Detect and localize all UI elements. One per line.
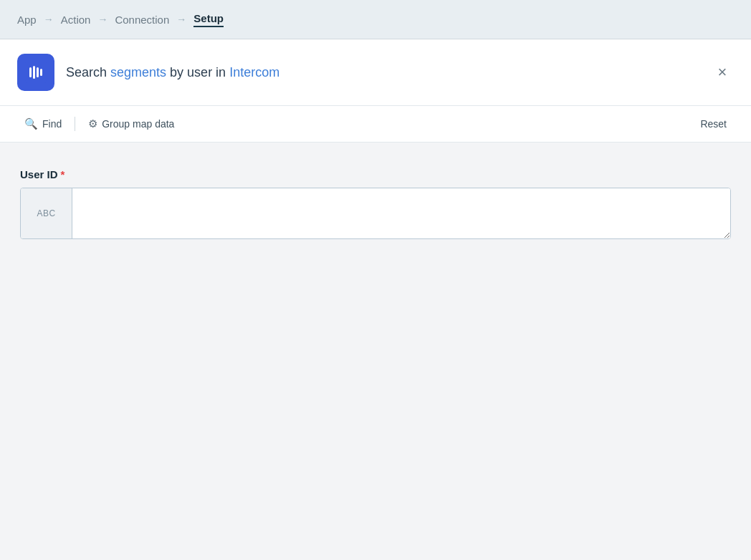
reset-button[interactable]: Reset — [693, 114, 734, 134]
group-map-button[interactable]: ⚙ Group map data — [81, 113, 181, 135]
toolbar-left: 🔍 Find ⚙ Group map data — [17, 113, 181, 135]
search-icon: 🔍 — [24, 117, 38, 130]
breadcrumb-bar: App → Action → Connection → Setup — [0, 0, 751, 39]
app-icon — [17, 54, 54, 91]
find-button[interactable]: 🔍 Find — [17, 113, 69, 135]
svg-rect-0 — [25, 62, 47, 83]
header-left: Search segments by user in Intercom — [17, 54, 279, 91]
header-intercom-link[interactable]: Intercom — [229, 65, 279, 79]
svg-rect-2 — [33, 66, 35, 79]
toolbar-divider — [75, 117, 75, 131]
type-badge: ABC — [21, 188, 72, 238]
svg-rect-3 — [37, 67, 39, 77]
group-map-icon: ⚙ — [88, 117, 97, 130]
group-map-label: Group map data — [102, 118, 174, 130]
breadcrumb-arrow-1: → — [44, 14, 54, 25]
breadcrumb-connection[interactable]: Connection — [115, 14, 169, 26]
intercom-icon — [25, 62, 47, 83]
close-button[interactable]: × — [711, 61, 734, 84]
header-title-middle: by user in — [166, 65, 229, 79]
breadcrumb-setup[interactable]: Setup — [193, 12, 224, 27]
breadcrumb-app[interactable]: App — [17, 14, 37, 26]
user-id-input-wrapper: ABC — [20, 188, 731, 239]
breadcrumb-arrow-3: → — [176, 14, 186, 25]
header-title: Search segments by user in Intercom — [66, 65, 279, 80]
user-id-label: User ID* — [20, 168, 731, 180]
find-label: Find — [42, 118, 62, 130]
breadcrumb-action[interactable]: Action — [61, 14, 91, 26]
toolbar-section: 🔍 Find ⚙ Group map data Reset — [0, 106, 751, 143]
user-id-label-text: User ID — [20, 168, 58, 180]
header-section: Search segments by user in Intercom × — [0, 39, 751, 106]
main-content: User ID* ABC — [0, 143, 751, 265]
required-indicator: * — [61, 168, 65, 180]
svg-rect-1 — [29, 67, 32, 77]
svg-rect-4 — [40, 69, 42, 76]
breadcrumb-arrow-2: → — [97, 14, 107, 25]
header-segments-link[interactable]: segments — [110, 65, 166, 79]
header-title-prefix: Search — [66, 65, 110, 79]
user-id-input[interactable] — [72, 188, 730, 238]
